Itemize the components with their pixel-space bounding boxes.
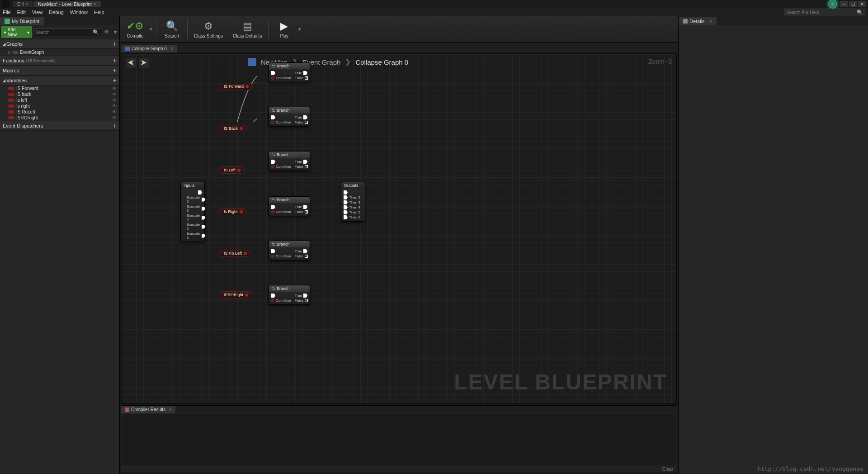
exec-pin-icon[interactable]	[305, 121, 308, 124]
section-variables[interactable]: ◢ Variables +	[0, 76, 119, 85]
close-icon[interactable]: ×	[170, 46, 173, 51]
node-branch[interactable]: ⮌Branch True ConditionFalse	[269, 107, 310, 127]
title-tab-blueprint[interactable]: NewMap* - Level Blueprint ×	[33, 1, 100, 7]
node-branch[interactable]: ⮌Branch True ConditionFalse	[269, 285, 310, 305]
blueprint-search-box[interactable]: 🔍	[33, 28, 101, 36]
exec-pin-icon[interactable]	[344, 205, 348, 209]
menu-help[interactable]: Help	[94, 9, 104, 15]
bool-pin-icon[interactable]	[244, 252, 247, 255]
compiler-results-tab[interactable]: Compiler Results ×	[121, 406, 175, 413]
exec-pin-icon[interactable]	[305, 165, 308, 168]
class-defaults-button[interactable]: ▤ Class Defaults	[228, 18, 266, 40]
exec-pin-icon[interactable]	[303, 115, 307, 119]
eye-icon[interactable]: 👁	[112, 109, 117, 114]
search-help-input[interactable]	[786, 10, 857, 15]
exec-pin-icon[interactable]	[202, 225, 205, 229]
exec-pin-icon[interactable]	[202, 198, 205, 202]
tree-item-eventgraph[interactable]: ▷ EventGraph	[0, 49, 119, 56]
graph-canvas[interactable]: ⮜ ⮞ NewMap ❯ Event Graph ❯ Collapse Grap…	[121, 53, 677, 404]
variable-item[interactable]: Is right👁	[0, 103, 119, 109]
node-variable-get[interactable]: IS Ro Left	[219, 250, 251, 257]
close-button[interactable]: ✕	[858, 1, 866, 7]
exec-pin-icon[interactable]	[303, 205, 307, 209]
node-branch[interactable]: ⮌Branch True ConditionFalse	[269, 196, 310, 216]
exec-pin-icon[interactable]	[344, 190, 348, 194]
exec-pin-icon[interactable]	[303, 160, 307, 164]
eye-icon[interactable]: 👁	[102, 29, 111, 35]
exec-pin-icon[interactable]	[271, 294, 275, 298]
bool-pin-icon[interactable]	[271, 210, 274, 213]
exec-pin-icon[interactable]	[305, 76, 308, 80]
exec-pin-icon[interactable]	[271, 160, 275, 164]
class-settings-button[interactable]: ⚙ Class Settings	[189, 18, 227, 40]
menu-edit[interactable]: Edit	[17, 9, 26, 15]
bool-pin-icon[interactable]	[240, 127, 243, 130]
variable-item[interactable]: IS back👁	[0, 91, 119, 97]
variable-item[interactable]: IS Forward👁	[0, 85, 119, 91]
add-icon[interactable]: +	[113, 67, 117, 74]
exec-pin-icon[interactable]	[202, 207, 205, 211]
chevron-down-icon[interactable]: ▾	[298, 26, 303, 32]
add-icon[interactable]: +	[113, 77, 117, 84]
search-help-box[interactable]: 🔍	[784, 9, 865, 16]
chevron-down-icon[interactable]: ▾	[112, 29, 118, 35]
my-blueprint-tab[interactable]: My Blueprint	[0, 17, 44, 25]
blueprint-search-input[interactable]	[35, 30, 93, 35]
node-branch[interactable]: ⮌Branch True ConditionFalse	[269, 62, 310, 82]
bool-pin-icon[interactable]	[271, 255, 274, 258]
breadcrumb-item[interactable]: Collapse Graph 0	[355, 58, 408, 66]
bool-pin-icon[interactable]	[271, 165, 274, 168]
bool-pin-icon[interactable]	[271, 299, 274, 302]
menu-view[interactable]: View	[32, 9, 43, 15]
add-icon[interactable]: +	[113, 122, 117, 129]
close-icon[interactable]: ×	[94, 2, 96, 7]
nav-forward-button[interactable]: ⮞	[139, 58, 149, 68]
graph-tab-collapse[interactable]: Collapse Graph 0 ×	[122, 45, 177, 52]
exec-pin-icon[interactable]	[271, 249, 275, 253]
bool-pin-icon[interactable]	[245, 294, 248, 297]
add-icon[interactable]: +	[113, 57, 117, 64]
node-branch[interactable]: ⮌Branch True ConditionFalse	[269, 241, 310, 261]
marketplace-icon[interactable]	[828, 0, 837, 9]
node-variable-get[interactable]: IS Forward	[219, 83, 253, 90]
exec-pin-icon[interactable]	[305, 255, 308, 258]
exec-pin-icon[interactable]	[303, 294, 307, 298]
node-variable-get[interactable]: Is Right	[219, 208, 247, 215]
play-button[interactable]: ▶ Play	[270, 18, 297, 40]
maximize-button[interactable]: ▢	[849, 1, 857, 7]
eye-icon[interactable]: 👁	[112, 115, 117, 120]
node-inputs[interactable]: Inputs Execute 2 Execute 3 Execute 4 Exe…	[180, 182, 205, 242]
node-variable-get[interactable]: IS Back	[219, 125, 247, 132]
close-icon[interactable]: ×	[25, 2, 28, 7]
exec-pin-icon[interactable]	[344, 195, 348, 199]
variable-item[interactable]: ISRORight👁	[0, 115, 119, 121]
add-new-button[interactable]: + Add New ▾	[1, 26, 32, 38]
bool-pin-icon[interactable]	[271, 76, 274, 80]
variable-item[interactable]: Is left👁	[0, 97, 119, 103]
menu-debug[interactable]: Debug	[49, 9, 63, 15]
bool-pin-icon[interactable]	[245, 85, 249, 88]
eye-icon[interactable]: 👁	[112, 104, 117, 109]
exec-pin-icon[interactable]	[344, 210, 348, 214]
bool-pin-icon[interactable]	[240, 210, 243, 213]
section-graphs[interactable]: ◢ Graphs +	[0, 39, 119, 49]
compile-button[interactable]: ✔⚙ Compile	[122, 18, 149, 40]
menu-window[interactable]: Window	[70, 9, 88, 15]
exec-pin-icon[interactable]	[344, 200, 348, 204]
variable-item[interactable]: IS RoLeft👁	[0, 109, 119, 115]
bool-pin-icon[interactable]	[237, 169, 241, 172]
node-variable-get[interactable]: ISRORight	[219, 291, 252, 299]
node-branch[interactable]: ⮌Branch True ConditionFalse	[269, 151, 310, 171]
eye-icon[interactable]: 👁	[112, 98, 117, 103]
exec-pin-icon[interactable]	[271, 115, 275, 119]
exec-pin-icon[interactable]	[305, 210, 308, 213]
exec-pin-icon[interactable]	[305, 299, 308, 302]
node-outputs[interactable]: Outputs Then 2 Then 3 Then 4 Then 5 Then…	[341, 182, 365, 222]
exec-pin-icon[interactable]	[344, 215, 348, 219]
title-tab-ch[interactable]: CH ×	[13, 1, 33, 7]
exec-pin-icon[interactable]	[271, 71, 275, 75]
eye-icon[interactable]: 👁	[112, 92, 117, 97]
nav-back-button[interactable]: ⮜	[126, 58, 136, 68]
section-functions[interactable]: Functions (18 Overridable) +	[0, 56, 119, 66]
close-icon[interactable]: ×	[169, 407, 172, 412]
